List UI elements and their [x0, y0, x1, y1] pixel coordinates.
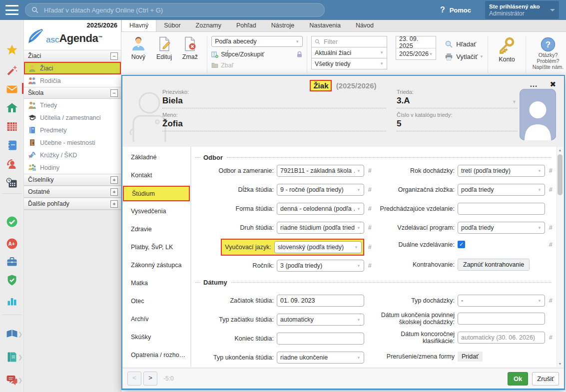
zaciatok-studia-input[interactable]: [277, 295, 364, 307]
form-scrollbar[interactable]: ▲ ▼: [557, 147, 563, 367]
surname-field[interactable]: Priezvisko: Biela: [162, 89, 386, 108]
grades-icon[interactable]: A+: [6, 238, 18, 250]
wand-icon[interactable]: [6, 64, 18, 76]
rok-dochadzky-select[interactable]: tretí (podľa triedy)▼: [458, 165, 545, 177]
tab-otec[interactable]: Otec: [122, 292, 190, 310]
sidebar-item-ziaci[interactable]: Žiaci: [24, 62, 121, 74]
print-button[interactable]: Vytlačiť ▼: [445, 50, 484, 63]
menu-tab-zoznamy[interactable]: Zoznamy: [188, 20, 229, 31]
students-filter-select[interactable]: Aktuálni žiaci ▼: [311, 47, 387, 58]
konto-button[interactable]: Konto: [492, 34, 522, 75]
chart-icon[interactable]: [6, 295, 18, 307]
prev-record-button[interactable]: <: [127, 372, 141, 386]
tab-studium[interactable]: Štúdium: [123, 186, 190, 201]
tab-archiv[interactable]: Archív: [122, 310, 190, 328]
star-icon[interactable]: [6, 44, 18, 56]
documents-icon[interactable]: [6, 351, 18, 363]
tab-zakladne[interactable]: Základné: [122, 148, 190, 166]
expand-toggle[interactable]: +: [110, 200, 118, 208]
menu-tab-nastroje[interactable]: Nástroje: [264, 20, 302, 31]
substitution-icon[interactable]: [6, 158, 18, 170]
help-button[interactable]: Pomoc: [450, 6, 471, 14]
ok-button[interactable]: Ok: [508, 372, 528, 386]
tab-zakonny-zastupca[interactable]: Zákonný zástupca: [122, 256, 190, 274]
kontrahovanie-button[interactable]: Zapnúť kontrahovanie: [458, 259, 530, 271]
check-badge-icon[interactable]: [6, 216, 18, 228]
tab-matka[interactable]: Matka: [122, 274, 190, 292]
edit-button[interactable]: Edituj: [151, 34, 177, 75]
firstname-field[interactable]: Meno: Žofia: [162, 112, 386, 131]
rocnik-select[interactable]: 3 (podľa triedy)▼: [277, 260, 364, 272]
druh-studia-select[interactable]: riadne štúdium (podľa triedy)▼: [277, 222, 364, 234]
calendar-clock-icon[interactable]: [6, 177, 18, 189]
new-button[interactable]: Nový: [125, 34, 151, 75]
menu-tab-pohlad[interactable]: Pohľad: [229, 20, 264, 31]
dualne-checkbox[interactable]: ✓: [458, 241, 465, 248]
mail-icon[interactable]: [6, 83, 18, 95]
next-record-button[interactable]: >: [143, 372, 157, 386]
lock-icon[interactable]: [296, 51, 303, 58]
catalog-number-field[interactable]: Číslo v katalógu triedy: 5: [397, 112, 518, 131]
vyucovaci-jazyk-select[interactable]: slovenský (podľa triedy)▼: [274, 241, 362, 253]
collapse-toggle[interactable]: −: [110, 52, 118, 60]
collapse-toggle[interactable]: −: [110, 89, 118, 97]
tab-kontakt[interactable]: Kontakt: [122, 166, 190, 184]
dlzka-studia-select[interactable]: 9 - ročné (podľa triedy)▼: [277, 184, 364, 196]
filter-input[interactable]: [323, 38, 405, 46]
menu-tab-nastavenia[interactable]: Nastavenia: [302, 20, 348, 31]
sidebar-item-rodicia[interactable]: Rodičia: [24, 74, 121, 87]
sidebar-item-triedy[interactable]: Triedy: [24, 99, 121, 111]
global-search[interactable]: [25, 3, 325, 17]
home-icon[interactable]: [6, 102, 18, 114]
sidebar-section-skola[interactable]: Škola −: [24, 87, 121, 99]
koniec-studia-input[interactable]: [277, 333, 364, 345]
cancel-button[interactable]: Zrušiť: [532, 372, 559, 386]
close-icon[interactable]: ✖: [550, 80, 556, 89]
tab-zdravie[interactable]: Zdravie: [122, 220, 190, 238]
menu-tab-hlavny[interactable]: Hlavný: [121, 20, 156, 31]
tab-platby[interactable]: Platby, ŠvP, LK: [122, 238, 190, 256]
class-field[interactable]: Trieda: 3.A ▼: [397, 89, 518, 108]
global-search-input[interactable]: [43, 6, 318, 14]
briefcase-icon[interactable]: [6, 256, 18, 268]
datum-koncorocnej-input[interactable]: [458, 332, 545, 344]
organizacna-zlozka-select[interactable]: podľa triedy▼: [458, 184, 545, 196]
tab-opatrenia[interactable]: Opatrenia / rozho…: [122, 346, 190, 364]
menu-tab-subor[interactable]: Súbor: [156, 20, 188, 31]
classes-filter-select[interactable]: Všetky triedy ▼: [311, 58, 387, 69]
notebook-icon[interactable]: [6, 139, 18, 151]
scrollbar-thumb[interactable]: [558, 154, 563, 195]
messages-icon[interactable]: [6, 374, 18, 386]
delete-button[interactable]: Zmaž: [177, 34, 203, 75]
date-field[interactable]: 23. 09. 2025: [396, 36, 436, 48]
datum-ukoncenia-povinnej-input[interactable]: [458, 313, 545, 325]
vzdelavaci-program-select[interactable]: podľa triedy▼: [458, 222, 545, 234]
sidebar-section-ziaci[interactable]: Žiaci −: [24, 50, 121, 62]
menu-tab-navod[interactable]: Návod: [348, 20, 381, 31]
contact-help-button[interactable]: ? Otázky? Problém? Napíšte nám.: [530, 34, 566, 75]
typ-zaciatku-select[interactable]: automaticky▼: [277, 314, 364, 326]
student-avatar[interactable]: [520, 89, 556, 140]
expand-toggle[interactable]: +: [110, 176, 118, 184]
odbor-select[interactable]: 7921B11 - základná škola …▼: [277, 165, 364, 177]
shield-icon[interactable]: [6, 274, 18, 286]
forma-studia-select[interactable]: denná - celodenná (podľa …▼: [277, 203, 364, 215]
tab-vysvedcenia[interactable]: Vysvedčenia: [122, 202, 190, 220]
scroll-up-icon[interactable]: ▲: [557, 147, 563, 153]
typ-dochadzky-select[interactable]: -▼: [458, 295, 545, 307]
typ-ukoncenia-select[interactable]: riadne ukončenie▼: [277, 352, 364, 364]
year-select[interactable]: 2025/2026 ▼: [396, 48, 436, 59]
timetable-icon[interactable]: [6, 120, 18, 132]
columns-group-button[interactable]: Stĺpce/Zoskupiť: [211, 49, 303, 60]
account-dropdown[interactable]: Ste prihlásený ako Administrátor: [485, 1, 559, 19]
sidebar-item-ucebne[interactable]: Učebne - miestnosti: [24, 136, 121, 149]
tab-skusky[interactable]: Skúšky: [122, 328, 190, 346]
sidebar-section-ostatne[interactable]: Ostatné +: [24, 186, 121, 198]
sidebar-item-kruzky[interactable]: Krúžky / ŠKD: [24, 149, 121, 161]
sidebar-section-ciselniky[interactable]: Číselníky +: [24, 174, 121, 186]
expand-toggle[interactable]: +: [110, 188, 118, 196]
search-button[interactable]: Hľadať: [445, 38, 484, 50]
filter-input-cell[interactable]: [311, 36, 387, 47]
hamburger-menu-icon[interactable]: [5, 5, 18, 15]
sidebar-item-predmety[interactable]: Predmety: [24, 124, 121, 136]
